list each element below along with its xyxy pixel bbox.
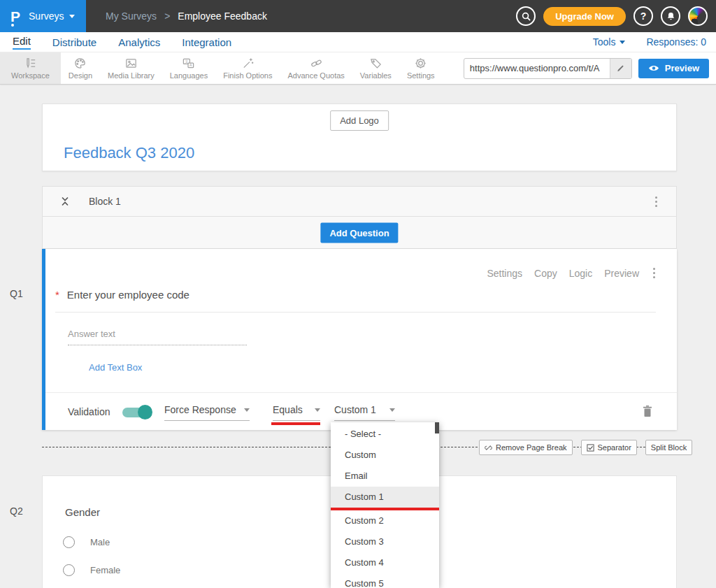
survey-nav: Edit Distribute Analytics Integration To… (0, 32, 716, 52)
collapse-block-icon[interactable] (59, 196, 71, 207)
toolbar-item-variables[interactable]: Variables (352, 52, 399, 84)
variables-icon (369, 57, 382, 70)
dropdown-scrollbar-thumb[interactable] (435, 422, 439, 433)
force-response-dropdown[interactable]: Force Response (164, 404, 250, 421)
eye-icon (648, 64, 659, 72)
radio-button[interactable] (63, 536, 75, 548)
separator-button[interactable]: Separator (581, 440, 637, 455)
question-text-row[interactable]: *Enter your employee code (55, 289, 656, 313)
question-card-q1: Settings Copy Logic Preview *Enter your … (42, 249, 677, 430)
radio-button[interactable] (63, 564, 75, 576)
survey-url-box (464, 58, 632, 79)
toolbar-item-languages[interactable]: 文A Languages (162, 52, 215, 84)
dropdown-option-custom2[interactable]: Custom 2 (331, 510, 439, 531)
dropdown-option-select[interactable]: - Select - (331, 424, 439, 445)
help-button[interactable]: ? (633, 6, 653, 26)
advance-quotas-icon (310, 57, 323, 70)
notifications-button[interactable] (661, 6, 680, 26)
chevron-down-icon (620, 41, 625, 44)
product-switcher[interactable]: P Surveys (0, 0, 86, 32)
separator-label: Separator (598, 443, 631, 452)
product-menu[interactable]: Surveys (29, 10, 75, 22)
edit-url-button[interactable] (610, 59, 631, 78)
option-label[interactable]: Male (90, 537, 110, 547)
tools-label: Tools (593, 36, 616, 48)
toolbar-item-advance-quotas[interactable]: Advance Quotas (280, 52, 352, 84)
delete-validation-button[interactable] (642, 405, 653, 420)
checkbox-checked-icon (587, 444, 594, 452)
question-menu-button[interactable] (651, 266, 657, 280)
remove-page-break-button[interactable]: Remove Page Break (479, 440, 573, 455)
toolbar-item-design[interactable]: Design (61, 52, 100, 84)
question-actions: Settings Copy Logic Preview (487, 266, 657, 280)
question-number-q1: Q1 (10, 288, 23, 299)
user-avatar[interactable] (688, 6, 708, 26)
tab-edit[interactable]: Edit (13, 35, 31, 50)
question-preview-link[interactable]: Preview (604, 268, 639, 279)
answer-text-underline (68, 345, 247, 345)
answer-text-placeholder[interactable]: Answer text (68, 329, 115, 339)
add-question-button[interactable]: Add Question (320, 222, 398, 243)
option-label[interactable]: Female (90, 565, 120, 575)
dropdown-option-custom1[interactable]: Custom 1 (331, 487, 439, 508)
dropdown-option-custom3[interactable]: Custom 3 (331, 531, 439, 552)
media-library-icon (124, 57, 138, 70)
question-text[interactable]: Gender (65, 506, 100, 518)
toolbar-item-settings[interactable]: Settings (399, 52, 443, 84)
toolbar-label: Advance Quotas (287, 71, 344, 80)
question-settings-link[interactable]: Settings (487, 268, 522, 279)
tab-integration[interactable]: Integration (182, 36, 231, 48)
pencil-icon (616, 64, 625, 73)
design-icon (73, 57, 87, 70)
preview-button[interactable]: Preview (638, 59, 709, 78)
breadcrumb: My Surveys > Employee Feedback (106, 10, 267, 22)
edit-toolbar: Workspace Design Media Library 文A Langua… (0, 52, 716, 85)
block-title[interactable]: Block 1 (89, 196, 121, 207)
dropdown-option-custom4[interactable]: Custom 4 (331, 552, 439, 573)
settings-icon (414, 57, 427, 70)
split-block-button[interactable]: Split Block (645, 440, 692, 455)
preview-label: Preview (665, 63, 699, 73)
questionpro-logo: P (10, 9, 20, 24)
help-icon: ? (640, 10, 647, 22)
toolbar-right: Preview (464, 52, 716, 84)
dropdown-option-custom[interactable]: Custom (331, 445, 439, 466)
required-asterisk: * (55, 289, 59, 301)
tab-analytics[interactable]: Analytics (118, 36, 160, 48)
question-number-q2: Q2 (10, 505, 23, 517)
search-button[interactable] (516, 6, 536, 26)
block-menu-button[interactable] (653, 194, 659, 209)
validation-toggle[interactable] (122, 408, 151, 417)
breadcrumb-separator: > (164, 10, 170, 22)
responses-count[interactable]: Responses: 0 (646, 36, 706, 48)
tools-menu[interactable]: Tools (593, 36, 626, 48)
dropdown-option-custom5[interactable]: Custom 5 (331, 573, 439, 588)
trash-icon (642, 405, 653, 417)
breadcrumb-my-surveys[interactable]: My Surveys (106, 10, 157, 22)
dropdown-option-email[interactable]: Email (331, 466, 439, 487)
question-copy-link[interactable]: Copy (534, 268, 557, 279)
add-logo-button[interactable]: Add Logo (330, 110, 389, 131)
operator-dropdown[interactable]: Equals (273, 404, 320, 421)
operand-dropdown[interactable]: Custom 1 (334, 404, 395, 421)
survey-title[interactable]: Feedback Q3 2020 (64, 144, 194, 162)
toolbar-label: Variables (360, 71, 392, 80)
toolbar-item-finish-options[interactable]: Finish Options (215, 52, 280, 84)
page-break-buttons: Remove Page Break Separator Split Block (479, 440, 692, 455)
survey-editor-app: P Surveys My Surveys > Employee Feedback… (0, 0, 716, 588)
question-logic-link[interactable]: Logic (569, 268, 592, 279)
bell-icon (666, 11, 676, 22)
add-text-box-link[interactable]: Add Text Box (89, 362, 142, 373)
survey-header-card: Add Logo Feedback Q3 2020 (42, 103, 677, 171)
operator-value: Equals (273, 404, 303, 415)
tab-distribute[interactable]: Distribute (52, 36, 96, 48)
toolbar-item-workspace[interactable]: Workspace (0, 52, 61, 84)
question-text[interactable]: Enter your employee code (67, 289, 189, 301)
svg-text:A: A (190, 63, 193, 67)
toolbar-label: Settings (407, 71, 435, 80)
toolbar-item-media-library[interactable]: Media Library (100, 52, 162, 84)
toggle-knob (138, 405, 152, 420)
survey-url-input[interactable] (464, 63, 610, 73)
upgrade-now-button[interactable]: Upgrade Now (543, 7, 626, 26)
toolbar-label: Finish Options (223, 71, 272, 80)
